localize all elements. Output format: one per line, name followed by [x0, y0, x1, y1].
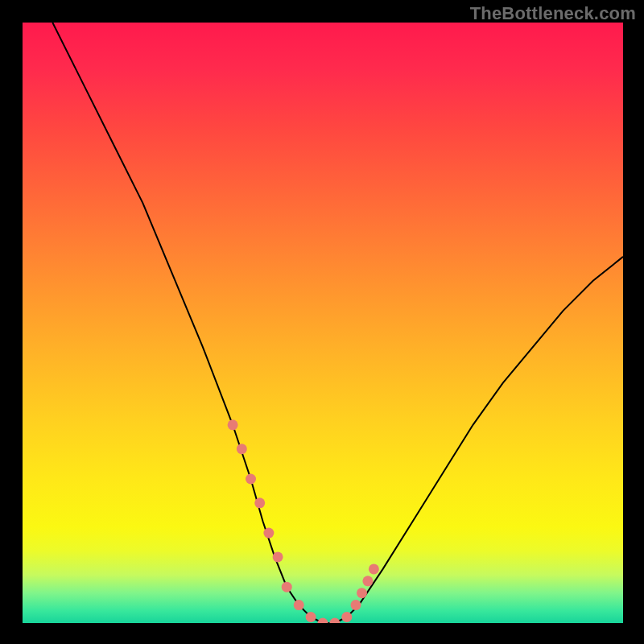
sample-dot	[318, 618, 328, 624]
sample-dot	[246, 474, 256, 485]
sample-dot	[362, 576, 373, 586]
sample-dot	[273, 551, 283, 562]
chart-frame: TheBottleneck.com	[0, 0, 644, 644]
sample-dot	[369, 564, 379, 574]
sample-dot	[228, 419, 238, 430]
sample-dot	[237, 444, 247, 454]
bottleneck-chart	[23, 23, 623, 623]
sample-dots	[228, 419, 379, 623]
sample-dot	[357, 588, 367, 598]
sample-dot	[282, 582, 292, 592]
sample-dot	[254, 497, 265, 508]
sample-dot	[294, 600, 304, 610]
sample-dot	[263, 528, 274, 539]
bottleneck-curve	[52, 23, 623, 623]
sample-dot	[329, 618, 340, 624]
sample-dot	[306, 612, 316, 622]
sample-dot	[351, 600, 361, 610]
plot-area	[23, 23, 623, 623]
watermark-text: TheBottleneck.com	[470, 3, 636, 24]
sample-dot	[341, 612, 352, 622]
